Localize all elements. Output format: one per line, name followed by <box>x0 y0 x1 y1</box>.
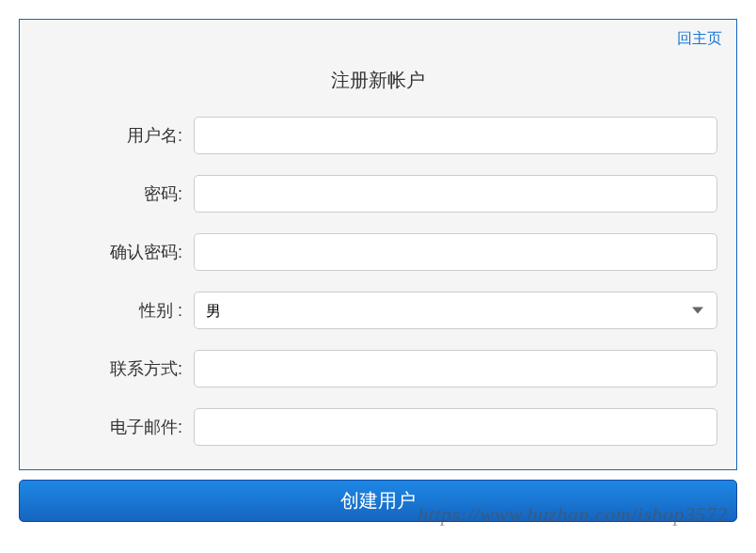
back-link-wrapper: 回主页 <box>20 20 736 49</box>
email-input[interactable] <box>194 408 717 446</box>
confirm-password-label: 确认密码: <box>39 241 194 263</box>
contact-label: 联系方式: <box>39 357 194 380</box>
registration-form-container: 回主页 注册新帐户 用户名: 密码: 确认密码: 性别 : 男 联系方式: 电子… <box>19 19 737 470</box>
gender-label: 性别 : <box>39 299 194 322</box>
email-label: 电子邮件: <box>39 416 194 438</box>
username-label: 用户名: <box>39 124 194 147</box>
gender-select[interactable]: 男 <box>194 292 717 329</box>
gender-select-wrapper: 男 <box>194 292 717 329</box>
password-input[interactable] <box>194 175 717 213</box>
contact-row: 联系方式: <box>20 350 736 408</box>
password-label: 密码: <box>39 182 194 205</box>
gender-row: 性别 : 男 <box>20 292 736 350</box>
username-input[interactable] <box>194 117 717 154</box>
email-row: 电子邮件: <box>20 408 736 469</box>
confirm-password-row: 确认密码: <box>20 233 736 292</box>
contact-input[interactable] <box>194 350 717 387</box>
confirm-password-input[interactable] <box>194 233 717 271</box>
username-row: 用户名: <box>20 117 736 175</box>
form-title: 注册新帐户 <box>20 49 736 117</box>
password-row: 密码: <box>20 175 736 233</box>
create-user-button[interactable]: 创建用户 <box>19 480 737 522</box>
back-home-link[interactable]: 回主页 <box>677 30 722 46</box>
